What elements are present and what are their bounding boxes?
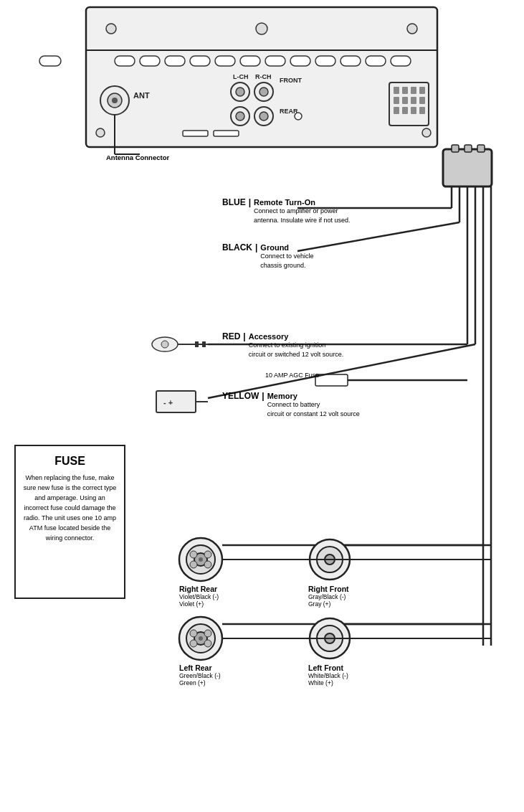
blue-wire-name: Remote Turn-On — [254, 198, 351, 207]
svg-rect-43 — [419, 87, 425, 94]
svg-point-92 — [190, 561, 197, 568]
svg-point-22 — [112, 98, 118, 103]
svg-point-100 — [199, 636, 203, 641]
svg-point-98 — [186, 624, 215, 653]
antenna-connector-label: Antenna Connector — [106, 153, 169, 162]
svg-point-5 — [96, 128, 105, 137]
svg-point-27 — [231, 82, 249, 101]
black-color-text: BLACK — [222, 242, 252, 252]
svg-point-2 — [106, 24, 116, 34]
svg-point-106 — [317, 625, 343, 651]
svg-point-105 — [310, 618, 350, 658]
yellow-wire-name: Memory — [267, 392, 360, 400]
svg-point-87 — [186, 545, 215, 574]
svg-point-33 — [236, 112, 244, 121]
svg-rect-48 — [394, 107, 399, 114]
svg-point-20 — [100, 86, 129, 115]
svg-point-4 — [256, 23, 267, 34]
svg-point-94 — [310, 539, 350, 580]
svg-point-103 — [190, 640, 197, 647]
yellow-wire-desc: Connect to batterycircuit or constant 12… — [267, 400, 360, 418]
svg-rect-14 — [265, 56, 285, 66]
black-wire-name: Ground — [260, 243, 313, 252]
svg-rect-18 — [366, 56, 386, 66]
blue-wire-desc: Connect to amplifier or powerantenna. In… — [254, 207, 351, 225]
fuse-description: When replacing the fuse, make sure new f… — [23, 473, 117, 544]
svg-point-96 — [325, 554, 335, 565]
svg-rect-40 — [394, 87, 399, 94]
svg-point-93 — [204, 561, 211, 568]
red-wire-desc: Connect to existing ignitioncircuit or s… — [249, 341, 344, 359]
svg-rect-17 — [340, 56, 361, 66]
svg-point-34 — [254, 107, 273, 126]
svg-rect-44 — [394, 97, 399, 104]
svg-rect-69 — [315, 374, 348, 386]
right-rear-speaker-label: Right Rear Violet/Black (-) Violet (+) — [179, 585, 219, 608]
svg-rect-46 — [411, 97, 416, 104]
svg-rect-16 — [315, 56, 335, 66]
svg-point-91 — [204, 551, 211, 558]
svg-rect-38 — [214, 131, 239, 136]
svg-rect-8 — [115, 56, 135, 66]
yellow-color-text: YELLOW — [222, 391, 259, 401]
svg-rect-57 — [477, 145, 485, 152]
fuse-title: FUSE — [23, 455, 117, 468]
blue-color-text: BLUE — [222, 197, 246, 207]
fuse-label: 10 AMP AGC Fuse — [265, 372, 319, 379]
svg-text:L-CH: L-CH — [233, 73, 249, 80]
main-diagram: ANT L-CH R-CH FRONT REAR — [0, 0, 524, 812]
svg-text:R-CH: R-CH — [255, 73, 272, 80]
svg-point-107 — [325, 633, 335, 643]
svg-point-99 — [194, 632, 207, 645]
svg-rect-83 — [156, 391, 196, 412]
svg-rect-82 — [202, 341, 206, 347]
red-wire-label: RED | Accessory Connect to existing igni… — [222, 331, 343, 359]
black-wire-desc: Connect to vehiclechassis ground. — [260, 252, 313, 270]
yellow-wire-label: YELLOW | Memory Connect to batterycircui… — [222, 391, 360, 418]
svg-rect-41 — [402, 87, 408, 94]
svg-rect-11 — [190, 56, 210, 66]
red-color-text: RED — [222, 331, 240, 341]
svg-point-104 — [204, 640, 211, 647]
svg-point-32 — [231, 107, 249, 126]
svg-text:-   +: - + — [163, 398, 173, 407]
svg-rect-37 — [183, 131, 208, 136]
svg-rect-54 — [443, 149, 492, 187]
left-rear-speaker-label: Left Rear Green/Black (-) Green (+) — [179, 664, 221, 686]
svg-point-30 — [259, 88, 268, 96]
svg-point-3 — [407, 24, 417, 34]
blue-wire-label: BLUE | Remote Turn-On Connect to amplifi… — [222, 197, 351, 225]
svg-point-97 — [179, 617, 222, 660]
svg-text:ANT: ANT — [133, 91, 150, 100]
svg-rect-56 — [465, 145, 472, 152]
svg-rect-13 — [240, 56, 260, 66]
svg-rect-45 — [402, 97, 408, 104]
right-front-speaker-label: Right Front Gray/Black (-) Gray (+) — [308, 585, 349, 608]
svg-point-90 — [190, 551, 197, 558]
svg-rect-55 — [452, 145, 459, 152]
svg-point-78 — [152, 337, 178, 351]
svg-point-101 — [190, 630, 197, 637]
left-front-speaker-label: Left Front White/Black (-) White (+) — [308, 664, 348, 686]
svg-point-6 — [422, 128, 431, 137]
svg-rect-9 — [140, 56, 160, 66]
svg-text:REAR: REAR — [280, 108, 298, 115]
svg-text:FRONT: FRONT — [280, 77, 302, 84]
svg-rect-12 — [215, 56, 235, 66]
svg-point-79 — [161, 341, 168, 348]
svg-point-21 — [108, 93, 122, 108]
svg-point-28 — [236, 88, 244, 96]
svg-point-29 — [254, 82, 273, 101]
svg-point-86 — [179, 538, 222, 581]
svg-point-95 — [317, 547, 343, 572]
svg-point-35 — [259, 112, 268, 121]
svg-line-66 — [297, 222, 459, 251]
black-wire-label: BLACK | Ground Connect to vehiclechassis… — [222, 242, 313, 270]
svg-rect-15 — [290, 56, 310, 66]
svg-rect-49 — [402, 107, 408, 114]
svg-point-36 — [295, 113, 302, 120]
svg-rect-50 — [411, 107, 416, 114]
svg-rect-47 — [419, 97, 425, 104]
svg-rect-39 — [389, 82, 429, 126]
svg-rect-10 — [165, 56, 185, 66]
